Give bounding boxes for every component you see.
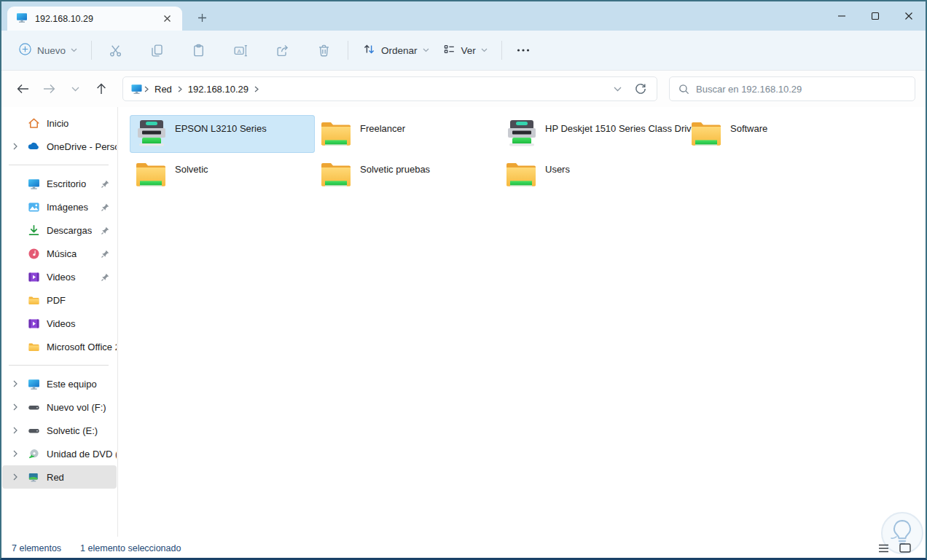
delete-button[interactable]	[308, 37, 340, 64]
file-item-solvetic[interactable]: Solvetic	[130, 156, 315, 194]
back-button[interactable]	[12, 78, 34, 100]
drive-icon	[27, 424, 40, 437]
shared-folder-icon	[320, 119, 353, 149]
sidebar-item-videos-pinned[interactable]: Videos	[2, 265, 117, 288]
command-toolbar: Nuevo A	[1, 31, 926, 71]
files-area: EPSON L3210 Series Freelancer HP Deskjet…	[118, 107, 926, 537]
file-item-label: Solvetic pruebas	[360, 164, 430, 194]
pictures-icon	[27, 200, 40, 213]
explorer-tab[interactable]: 192.168.10.29	[7, 7, 182, 31]
this-pc-icon	[27, 377, 40, 390]
file-item-hp-printer[interactable]: HP Deskjet 1510 Series Class Driver	[500, 115, 685, 153]
sidebar-item-label: Red	[47, 472, 64, 483]
cut-button[interactable]	[99, 37, 132, 64]
onedrive-cloud-icon	[27, 140, 40, 153]
forward-button[interactable]	[38, 78, 60, 100]
sidebar-item-onedrive[interactable]: OneDrive - Persona	[2, 135, 117, 158]
rename-icon: A	[232, 43, 249, 58]
ellipsis-icon	[517, 48, 530, 52]
paste-button[interactable]	[182, 37, 215, 64]
chevron-right-icon[interactable]	[8, 380, 23, 387]
details-view-button[interactable]	[876, 541, 891, 556]
explorer-window: 192.168.10.29 Nuevo	[0, 0, 927, 560]
desktop-icon	[27, 177, 40, 190]
sidebar-item-musica[interactable]: Música	[2, 242, 117, 265]
title-bar: 192.168.10.29	[1, 1, 926, 31]
file-item-users[interactable]: Users	[500, 156, 685, 194]
pin-icon	[101, 225, 110, 238]
file-item-freelancer[interactable]: Freelancer	[315, 115, 500, 153]
videos-icon	[27, 270, 40, 283]
file-item-label: Software	[730, 123, 767, 153]
address-bar-row: Red 192.168.10.29	[1, 71, 926, 107]
view-layout-icon	[442, 42, 456, 59]
refresh-icon[interactable]	[635, 83, 646, 95]
sidebar-item-dvd[interactable]: Unidad de DVD (D:)	[2, 442, 117, 465]
large-thumbnails-view-button[interactable]	[898, 541, 912, 556]
sidebar-item-solvetic-drive[interactable]: Solvetic (E:)	[2, 419, 117, 442]
file-item-epson-printer[interactable]: EPSON L3210 Series	[130, 115, 315, 153]
chevron-right-icon[interactable]	[8, 473, 23, 481]
copy-icon	[149, 43, 165, 58]
maximize-button[interactable]	[858, 1, 892, 31]
sidebar-item-descargas[interactable]: Descargas	[2, 218, 117, 242]
share-icon	[275, 43, 290, 58]
sidebar-item-label: Descargas	[47, 225, 92, 236]
sidebar-item-red[interactable]: Red	[2, 465, 117, 489]
copy-button[interactable]	[141, 37, 173, 64]
share-button[interactable]	[266, 37, 299, 64]
tab-close-icon[interactable]	[159, 11, 175, 27]
toolbar-separator	[348, 41, 348, 60]
view-button[interactable]: Ver	[436, 37, 494, 64]
sidebar-item-label: PDF	[47, 295, 66, 306]
scissors-icon	[108, 43, 123, 58]
sidebar-item-videos[interactable]: Videos	[2, 312, 117, 335]
chevron-right-icon[interactable]	[8, 143, 23, 150]
new-button[interactable]: Nuevo	[12, 37, 84, 64]
network-computer-icon	[130, 83, 143, 95]
chevron-down-icon	[481, 48, 488, 52]
search-box[interactable]	[669, 76, 915, 101]
chevron-right-icon[interactable]	[8, 427, 23, 434]
pin-icon	[101, 272, 110, 285]
tab-title: 192.168.10.29	[35, 14, 159, 24]
chevron-right-icon[interactable]	[8, 403, 23, 411]
new-tab-button[interactable]	[191, 7, 213, 28]
file-item-solvetic-pruebas[interactable]: Solvetic pruebas	[315, 156, 500, 194]
breadcrumb[interactable]: Red 192.168.10.29	[122, 76, 657, 101]
sidebar-divider	[9, 365, 109, 366]
shared-folder-icon	[135, 159, 168, 190]
shared-folder-icon	[320, 159, 353, 190]
file-item-software[interactable]: Software	[685, 115, 870, 153]
sort-arrows-icon	[362, 42, 376, 59]
minimize-button[interactable]	[825, 1, 858, 31]
sidebar-item-microsoft-office[interactable]: Microsoft Office 20	[2, 335, 117, 358]
rename-button[interactable]: A	[224, 37, 257, 64]
chevron-right-icon[interactable]	[8, 450, 23, 457]
sort-button[interactable]: Ordenar	[356, 37, 436, 64]
recent-locations-button[interactable]	[64, 78, 86, 100]
file-item-label: HP Deskjet 1510 Series Class Driver	[545, 123, 700, 153]
sidebar-item-label: Unidad de DVD (D:)	[47, 449, 117, 460]
sidebar-item-label: Solvetic (E:)	[47, 425, 98, 436]
sidebar-item-nuevo-vol[interactable]: Nuevo vol (F:)	[2, 395, 117, 419]
sidebar-item-escritorio[interactable]: Escritorio	[2, 172, 117, 195]
search-input[interactable]	[696, 84, 906, 95]
close-button[interactable]	[892, 1, 926, 31]
network-icon	[27, 470, 40, 484]
breadcrumb-item-red[interactable]: Red	[150, 82, 176, 97]
search-icon	[678, 84, 689, 95]
address-dropdown-icon[interactable]	[614, 87, 622, 92]
breadcrumb-item-host[interactable]: 192.168.10.29	[184, 82, 253, 97]
sidebar-item-label: Videos	[47, 318, 76, 329]
sidebar-item-pdf[interactable]: PDF	[2, 288, 117, 312]
sidebar-item-imagenes[interactable]: Imágenes	[2, 195, 117, 218]
up-button[interactable]	[90, 78, 112, 100]
new-button-label: Nuevo	[37, 45, 66, 56]
see-more-button[interactable]	[509, 42, 537, 58]
sidebar-item-este-equipo[interactable]: Este equipo	[2, 372, 117, 395]
pin-icon	[101, 202, 110, 215]
sort-button-label: Ordenar	[381, 45, 418, 56]
sidebar-item-inicio[interactable]: Inicio	[2, 111, 117, 135]
sidebar-item-label: Videos	[47, 272, 76, 283]
